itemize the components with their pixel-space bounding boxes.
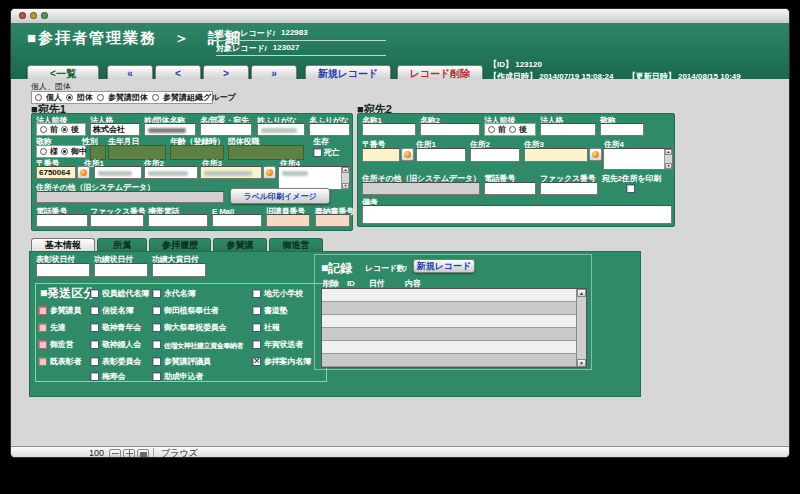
checkbox-shinto-meibo[interactable] — [90, 306, 99, 315]
fax2-field[interactable] — [540, 182, 598, 195]
radio-label[interactable]: 前 — [498, 124, 506, 135]
radio-icon[interactable] — [488, 126, 495, 133]
dantai-yakushoku-field[interactable] — [228, 145, 304, 160]
tab-sanzanko[interactable]: 参賛講 — [213, 238, 267, 251]
scrollbar[interactable]: ▲▼ — [664, 149, 672, 169]
checkbox-yakuin-sodai[interactable] — [90, 289, 99, 298]
radio-icon[interactable] — [152, 94, 159, 101]
addr3-lookup-icon[interactable] — [263, 166, 276, 179]
radio-selected-icon[interactable] — [61, 126, 68, 133]
scroll-down-icon[interactable]: ▼ — [577, 359, 586, 367]
close-icon[interactable] — [19, 12, 26, 19]
addr3-2-lookup-icon[interactable] — [589, 148, 602, 161]
addr2-field[interactable] — [144, 166, 198, 179]
tel2-field[interactable] — [484, 182, 536, 195]
checkbox-otaue-hoshisha[interactable] — [152, 306, 161, 315]
tab-sanpai-rireki[interactable]: 参拝履歴 — [149, 238, 211, 251]
mode-label[interactable]: ブラウズ — [161, 447, 198, 458]
checkbox-kihyoshosha[interactable] — [38, 357, 47, 366]
old-member-no-field[interactable] — [266, 214, 310, 227]
radio-selected-icon[interactable] — [61, 148, 68, 155]
checkbox-otasai-iinkai[interactable] — [152, 323, 161, 332]
addr-other-field[interactable] — [36, 191, 224, 203]
addr1-field[interactable] — [94, 166, 142, 179]
sei-dantai-field[interactable] — [144, 123, 196, 136]
scroll-down-icon[interactable]: ▼ — [665, 163, 672, 169]
hojin-zengo2-radio-group[interactable]: 前 後 — [484, 123, 536, 136]
keisho2-field[interactable] — [600, 123, 644, 136]
checkbox-gozoei[interactable] — [38, 340, 47, 349]
tel-field[interactable] — [36, 214, 88, 227]
radio-icon[interactable] — [40, 126, 47, 133]
seibetsu-field[interactable] — [90, 145, 106, 160]
label-print-button[interactable]: ラベル印刷イメージ — [230, 188, 330, 204]
checkbox-sarume-honosha[interactable] — [152, 340, 161, 349]
radio-icon[interactable] — [97, 94, 104, 101]
radio-label[interactable]: 個人 — [46, 92, 62, 103]
keisho-radio-group[interactable]: 様 御中 — [36, 145, 86, 158]
table-row[interactable] — [322, 341, 577, 354]
checkbox-josei-moshikomi[interactable] — [152, 372, 161, 381]
status-toggle-icon[interactable] — [137, 449, 149, 458]
table-row[interactable] — [322, 302, 577, 315]
kiroku-new-record-button[interactable]: 新規レコード — [413, 259, 475, 273]
checkbox-hyogiin[interactable] — [152, 357, 161, 366]
scroll-up-icon[interactable]: ▲ — [577, 289, 586, 297]
checkbox-keishin-seinenkai[interactable] — [90, 323, 99, 332]
radio-icon[interactable] — [40, 148, 47, 155]
zoom-window-icon[interactable] — [41, 12, 48, 19]
radio-label[interactable]: 参賛講組織グループ — [163, 92, 236, 103]
radio-label[interactable]: 参賛講団体 — [108, 92, 148, 103]
postal-field[interactable]: 6750064 — [36, 166, 76, 179]
tab-gozoei[interactable]: 御造営 — [269, 238, 323, 251]
scroll-up-icon[interactable]: ▲ — [665, 149, 672, 155]
postal2-lookup-icon[interactable] — [401, 148, 414, 161]
postal-lookup-icon[interactable] — [77, 166, 90, 179]
table-row[interactable] — [322, 354, 577, 367]
checkbox-shodojuku[interactable] — [252, 306, 261, 315]
postal2-field[interactable] — [362, 148, 400, 162]
radio-label[interactable]: 様 — [50, 146, 58, 157]
checkbox-hyosho-iinkai[interactable] — [90, 357, 99, 366]
checkbox-sanpai-annai-checked[interactable] — [252, 357, 261, 366]
radio-label[interactable]: 前 — [50, 124, 58, 135]
zoom-in-icon[interactable] — [123, 449, 135, 458]
addr4-field[interactable]: ▲▼ — [278, 166, 350, 190]
zoom-level[interactable]: 100 — [89, 447, 104, 458]
tab-basic-info[interactable]: 基本情報 — [31, 238, 95, 251]
scroll-down-icon[interactable]: ▼ — [342, 183, 349, 189]
hyoshojo-date-field[interactable] — [36, 263, 90, 277]
table-row[interactable] — [322, 289, 577, 302]
radio-label[interactable]: 後 — [71, 124, 79, 135]
checkbox-baijukai[interactable] — [90, 372, 99, 381]
shibo-checkbox[interactable] — [313, 148, 322, 157]
addr2-2-field[interactable] — [470, 148, 520, 162]
minimize-icon[interactable] — [30, 12, 37, 19]
kosekijo-date-field[interactable] — [94, 263, 148, 277]
name1-field[interactable] — [362, 123, 416, 136]
sei-furigana-field[interactable] — [257, 123, 305, 136]
mei-furigana-field[interactable] — [309, 123, 350, 136]
seinengappi-field[interactable] — [108, 145, 166, 160]
checkbox-nenga[interactable] — [252, 340, 261, 349]
addr-other2-field[interactable] — [362, 182, 480, 195]
name2-field[interactable] — [420, 123, 480, 136]
radio-label[interactable]: 後 — [519, 124, 527, 135]
scroll-up-icon[interactable]: ▲ — [342, 167, 349, 173]
tab-shozoku[interactable]: 所属 — [97, 238, 147, 251]
scrollbar[interactable]: ▲ ▼ — [576, 289, 586, 367]
zoom-out-icon[interactable] — [109, 449, 121, 458]
addr3-2-field[interactable] — [524, 148, 588, 162]
table-row[interactable] — [322, 315, 577, 328]
radio-icon[interactable] — [35, 94, 42, 101]
radio-label[interactable]: 団体 — [77, 92, 93, 103]
print-addr2-checkbox[interactable] — [626, 184, 635, 193]
addr4-2-field[interactable]: ▲▼ — [603, 148, 673, 170]
mobile-field[interactable] — [148, 214, 208, 227]
addr1-2-field[interactable] — [416, 148, 466, 162]
radio-label[interactable]: 御中 — [71, 146, 87, 157]
mei-busho-field[interactable] — [200, 123, 252, 136]
checkbox-keishin-fujinkai[interactable] — [90, 340, 99, 349]
hojinkaku-field[interactable]: 株式会社 — [90, 123, 140, 136]
nenrei-field[interactable] — [170, 145, 224, 160]
